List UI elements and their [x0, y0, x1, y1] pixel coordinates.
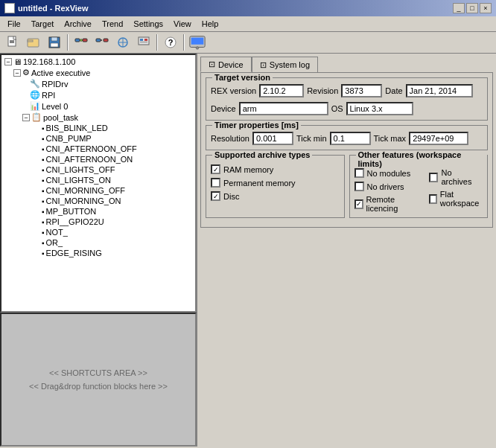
- title-bar-buttons: _ □ ×: [453, 3, 492, 13]
- open-button[interactable]: [24, 33, 43, 51]
- menu-view[interactable]: View: [169, 18, 196, 30]
- tree-rpidrv[interactable]: 🔧 RPIDrv: [3, 78, 194, 89]
- list-item[interactable]: ▪CNI_MORNING_OFF: [3, 185, 194, 196]
- rex-version-input[interactable]: [259, 84, 304, 97]
- flat-workspace-checkbox[interactable]: [429, 194, 437, 204]
- expand-active[interactable]: −: [13, 69, 21, 77]
- root-label: 192.168.1.100: [23, 57, 75, 66]
- menu-help[interactable]: Help: [197, 18, 223, 30]
- no-drivers-checkbox[interactable]: [354, 182, 364, 191]
- no-modules-row: No modules: [354, 168, 414, 178]
- tick-min-label: Tick min: [296, 134, 327, 143]
- item-icon: ▪: [42, 228, 45, 237]
- rpidrv-label: RPIDrv: [42, 80, 68, 89]
- tree-root[interactable]: − 🖥 192.168.1.100: [3, 57, 194, 67]
- timer-properties-title: Timer properties [ms]: [212, 121, 301, 129]
- toolbar: ?: [0, 32, 496, 54]
- other-features-cols: No modules No drivers ✓ Remote licencing: [354, 164, 483, 213]
- disc-checkbox[interactable]: ✓: [211, 191, 220, 201]
- menu-file[interactable]: File: [3, 18, 25, 30]
- tick-max-input[interactable]: [409, 132, 468, 145]
- tree-panel[interactable]: − 🖥 192.168.1.100 − ⚙ Active executive 🔧…: [0, 54, 197, 313]
- no-modules-label: No modules: [367, 169, 411, 178]
- tick-max-label: Tick max: [374, 134, 407, 143]
- list-item[interactable]: ▪NOT_: [3, 227, 194, 237]
- list-item[interactable]: ▪CNI_LIGHTS_OFF: [3, 164, 194, 175]
- permanent-memory-checkbox[interactable]: [211, 178, 220, 188]
- minimize-button[interactable]: _: [453, 3, 465, 13]
- item-label: CNI_MORNING_ON: [46, 196, 121, 205]
- svg-rect-4: [28, 40, 33, 42]
- pool-task-label: pool_task: [43, 113, 78, 122]
- list-item[interactable]: ▪BIS_BLINK_LED: [3, 123, 194, 133]
- close-button[interactable]: ×: [480, 3, 492, 13]
- disc-label: Disc: [223, 192, 239, 201]
- menu-archive[interactable]: Archive: [60, 18, 96, 30]
- list-item[interactable]: ▪RPI__GPIO22U: [3, 217, 194, 227]
- connect-button-1[interactable]: [71, 33, 91, 51]
- archive-types-group: Supported archive types ✓ RAM memory Per…: [206, 155, 345, 218]
- list-item[interactable]: ▪CNI_MORNING_ON: [3, 196, 194, 206]
- date-input[interactable]: [406, 84, 473, 97]
- expand-pool[interactable]: −: [22, 114, 30, 121]
- list-item[interactable]: ▪OR_: [3, 237, 194, 248]
- tree-active-executive[interactable]: − ⚙ Active executive: [3, 67, 194, 78]
- svg-rect-9: [83, 39, 87, 42]
- remote-licencing-checkbox[interactable]: ✓: [354, 199, 363, 209]
- help-button[interactable]: ?: [161, 33, 180, 51]
- save-button[interactable]: [45, 33, 64, 51]
- os-input[interactable]: [346, 102, 413, 115]
- tab-system-log[interactable]: ⊡ System log: [252, 57, 318, 72]
- no-drivers-label: No drivers: [367, 182, 404, 191]
- device-input[interactable]: [239, 102, 328, 115]
- connect-button-2[interactable]: [92, 33, 112, 51]
- tool-button-1[interactable]: [113, 33, 133, 51]
- svg-rect-25: [191, 38, 204, 45]
- timer-properties-group: Timer properties [ms] Resolution Tick mi…: [206, 125, 488, 150]
- flat-workspace-row: Flat workspace: [429, 190, 483, 208]
- device-tab-label: Device: [218, 60, 244, 69]
- tree-rpi[interactable]: 🌐 RPI: [3, 89, 194, 100]
- target-version-title: Target version: [212, 73, 273, 82]
- list-item[interactable]: ▪EDGE_RISING: [3, 248, 194, 258]
- shortcut-area[interactable]: << SHORTCUTS AREA >> << Drag&drop functi…: [0, 313, 197, 447]
- device-tab-icon: ⊡: [209, 60, 215, 69]
- tool-button-2[interactable]: [134, 33, 153, 51]
- menu-trend[interactable]: Trend: [98, 18, 127, 30]
- list-item[interactable]: ▪CNI_LIGHTS_ON: [3, 175, 194, 185]
- new-button[interactable]: [3, 33, 22, 51]
- no-modules-checkbox[interactable]: [354, 168, 364, 178]
- svg-point-26: [196, 47, 199, 50]
- timer-row: Resolution Tick min Tick max: [211, 132, 483, 145]
- tree-pool-task[interactable]: − 📋 pool_task: [3, 112, 194, 123]
- ram-memory-row: ✓ RAM memory: [211, 164, 340, 174]
- sections-row: Supported archive types ✓ RAM memory Per…: [206, 155, 488, 223]
- app-icon: R: [4, 3, 15, 13]
- maximize-button[interactable]: □: [466, 3, 478, 13]
- separator-3: [183, 34, 185, 51]
- tick-min-input[interactable]: [330, 132, 371, 145]
- svg-rect-6: [51, 37, 57, 41]
- menu-settings[interactable]: Settings: [129, 18, 168, 30]
- menu-target[interactable]: Target: [27, 18, 59, 30]
- rpi-label: RPI: [42, 91, 55, 100]
- revision-input[interactable]: [341, 84, 382, 97]
- resolution-input[interactable]: [252, 132, 293, 145]
- menu-bar: File Target Archive Trend Settings View …: [0, 16, 496, 32]
- tree-level0[interactable]: 📊 Level 0: [3, 100, 194, 112]
- svg-point-11: [80, 39, 83, 42]
- no-archives-checkbox[interactable]: [429, 173, 439, 182]
- other-features-col-right: No archives Flat workspace: [429, 164, 483, 213]
- tab-device[interactable]: ⊡ Device: [200, 57, 252, 72]
- no-archives-label: No archives: [441, 168, 483, 186]
- ram-memory-checkbox[interactable]: ✓: [211, 164, 220, 174]
- device-button[interactable]: [188, 33, 207, 51]
- system-log-tab-icon: ⊡: [260, 60, 267, 70]
- list-item[interactable]: ▪CNI_AFTERNOON_ON: [3, 154, 194, 164]
- list-item[interactable]: ▪CNI_AFTERNOON_OFF: [3, 144, 194, 154]
- list-item[interactable]: ▪MP_BUTTON: [3, 206, 194, 217]
- list-item[interactable]: ▪CNB_PUMP: [3, 133, 194, 144]
- disc-row: ✓ Disc: [211, 191, 340, 201]
- expand-root[interactable]: −: [4, 58, 12, 65]
- rex-version-label: REX version: [211, 86, 256, 95]
